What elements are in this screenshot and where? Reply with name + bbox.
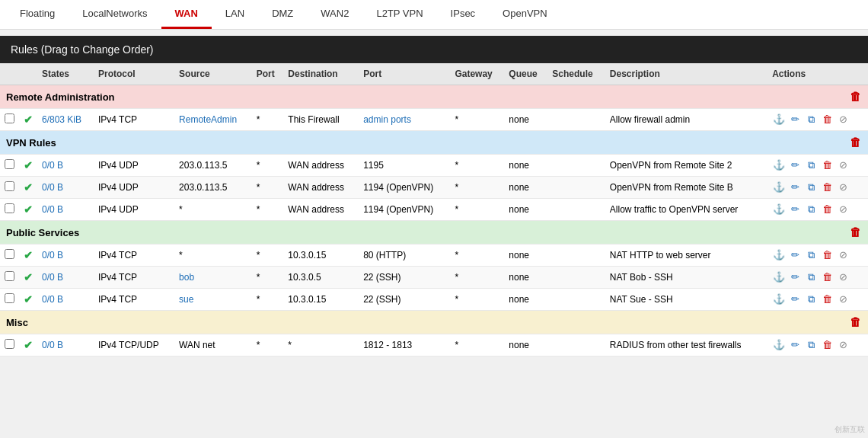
- action-anchor-icon[interactable]: ⚓: [772, 270, 786, 284]
- action-delete-icon[interactable]: 🗑: [820, 203, 834, 216]
- tab-openvpn[interactable]: OpenVPN: [489, 0, 561, 29]
- rules-header-label: Rules (Drag to Change Order): [11, 43, 154, 56]
- row-schedule: [547, 199, 605, 221]
- action-copy-icon[interactable]: ⧉: [804, 181, 818, 194]
- tab-wan2[interactable]: WAN2: [307, 0, 362, 29]
- action-disable-icon[interactable]: ⊘: [836, 181, 850, 194]
- states-link[interactable]: 0/0 B: [42, 160, 63, 171]
- action-disable-icon[interactable]: ⊘: [836, 293, 850, 306]
- row-checkbox[interactable]: [5, 113, 14, 123]
- section-delete-icon[interactable]: 🗑: [848, 136, 862, 149]
- action-copy-icon[interactable]: ⧉: [804, 338, 818, 352]
- action-edit-icon[interactable]: ✏: [788, 203, 802, 216]
- source-link[interactable]: bob: [179, 272, 194, 283]
- action-delete-icon[interactable]: 🗑: [820, 113, 834, 126]
- row-port-src: *: [252, 177, 284, 199]
- row-schedule: [547, 289, 605, 311]
- action-anchor-icon[interactable]: ⚓: [772, 113, 786, 126]
- action-anchor-icon[interactable]: ⚓: [772, 293, 786, 306]
- row-destination: 10.3.0.15: [283, 245, 359, 267]
- states-link[interactable]: 0/0 B: [42, 340, 63, 350]
- row-schedule: [547, 155, 605, 177]
- tab-dmz[interactable]: DMZ: [258, 0, 307, 29]
- action-disable-icon[interactable]: ⊘: [836, 158, 850, 172]
- action-anchor-icon[interactable]: ⚓: [772, 248, 786, 262]
- action-delete-icon[interactable]: 🗑: [820, 158, 834, 172]
- tab-ipsec[interactable]: IPsec: [437, 0, 490, 29]
- action-anchor-icon[interactable]: ⚓: [772, 338, 786, 352]
- states-link[interactable]: 0/0 B: [42, 182, 63, 193]
- row-enabled-cell: ✔: [19, 289, 37, 311]
- port-dst-link[interactable]: admin ports: [363, 114, 411, 125]
- action-copy-icon[interactable]: ⧉: [804, 248, 818, 262]
- row-checkbox[interactable]: [5, 203, 14, 213]
- row-enabled-cell: ✔: [19, 267, 37, 289]
- port-dst-value: 22 (SSH): [363, 272, 400, 283]
- col-port-src: Port: [252, 63, 284, 85]
- tab-lan[interactable]: LAN: [212, 0, 258, 29]
- source-link[interactable]: RemoteAdmin: [179, 114, 237, 125]
- row-checkbox[interactable]: [5, 159, 14, 169]
- row-checkbox[interactable]: [5, 293, 14, 303]
- row-queue: none: [504, 334, 547, 356]
- row-port-src: *: [252, 289, 284, 311]
- row-port-src: *: [252, 245, 284, 267]
- section-delete-icon[interactable]: 🗑: [848, 90, 862, 104]
- action-edit-icon[interactable]: ✏: [788, 113, 802, 126]
- tab-localnetworks[interactable]: LocalNetworks: [69, 0, 161, 29]
- tab-wan[interactable]: WAN: [161, 0, 212, 29]
- action-anchor-icon[interactable]: ⚓: [772, 158, 786, 172]
- action-delete-icon[interactable]: 🗑: [820, 181, 834, 194]
- action-delete-icon[interactable]: 🗑: [820, 338, 834, 352]
- row-description: Allow firewall admin: [605, 109, 767, 131]
- row-checkbox[interactable]: [5, 271, 14, 281]
- row-checkbox[interactable]: [5, 339, 14, 349]
- row-checkbox[interactable]: [5, 249, 14, 259]
- action-delete-icon[interactable]: 🗑: [820, 293, 834, 306]
- section-row-0: Remote Administration 🗑: [0, 85, 868, 109]
- enabled-check: ✔: [24, 159, 33, 171]
- action-edit-icon[interactable]: ✏: [788, 338, 802, 352]
- action-disable-icon[interactable]: ⊘: [836, 270, 850, 284]
- row-checkbox-cell: [0, 267, 19, 289]
- action-copy-icon[interactable]: ⧉: [804, 158, 818, 172]
- row-port-dst: 22 (SSH): [359, 267, 450, 289]
- action-disable-icon[interactable]: ⊘: [836, 113, 850, 126]
- action-edit-icon[interactable]: ✏: [788, 248, 802, 262]
- action-anchor-icon[interactable]: ⚓: [772, 203, 786, 216]
- section-row-2: Public Services 🗑: [0, 221, 868, 245]
- action-edit-icon[interactable]: ✏: [788, 158, 802, 172]
- row-destination: 10.3.0.15: [283, 289, 359, 311]
- row-checkbox-cell: [0, 177, 19, 199]
- action-disable-icon[interactable]: ⊘: [836, 203, 850, 216]
- row-gateway: *: [450, 245, 504, 267]
- source-link[interactable]: sue: [179, 294, 193, 305]
- states-link[interactable]: 0/0 B: [42, 294, 63, 305]
- states-link[interactable]: 0/0 B: [42, 204, 63, 215]
- row-actions: ⚓ ✏ ⧉ 🗑 ⊘: [767, 245, 868, 267]
- tab-l2tp-vpn[interactable]: L2TP VPN: [362, 0, 436, 29]
- row-checkbox[interactable]: [5, 181, 14, 191]
- action-disable-icon[interactable]: ⊘: [836, 248, 850, 262]
- table-header-row: States Protocol Source Port Destination …: [0, 63, 868, 85]
- rules-table: States Protocol Source Port Destination …: [0, 63, 868, 356]
- section-delete-icon[interactable]: 🗑: [848, 315, 862, 329]
- action-edit-icon[interactable]: ✏: [788, 293, 802, 306]
- states-link[interactable]: 6/803 KiB: [42, 114, 81, 125]
- action-copy-icon[interactable]: ⧉: [804, 293, 818, 306]
- action-edit-icon[interactable]: ✏: [788, 181, 802, 194]
- action-copy-icon[interactable]: ⧉: [804, 203, 818, 216]
- states-link[interactable]: 0/0 B: [42, 250, 63, 261]
- action-copy-icon[interactable]: ⧉: [804, 113, 818, 126]
- action-edit-icon[interactable]: ✏: [788, 270, 802, 284]
- action-delete-icon[interactable]: 🗑: [820, 270, 834, 284]
- action-anchor-icon[interactable]: ⚓: [772, 181, 786, 194]
- section-label: Public Services: [0, 221, 767, 245]
- tab-floating[interactable]: Floating: [6, 0, 69, 29]
- action-copy-icon[interactable]: ⧉: [804, 270, 818, 284]
- port-dst-value: 1194 (OpenVPN): [363, 182, 433, 193]
- action-delete-icon[interactable]: 🗑: [820, 248, 834, 262]
- section-delete-icon[interactable]: 🗑: [848, 225, 862, 239]
- states-link[interactable]: 0/0 B: [42, 272, 63, 283]
- action-disable-icon[interactable]: ⊘: [836, 338, 850, 352]
